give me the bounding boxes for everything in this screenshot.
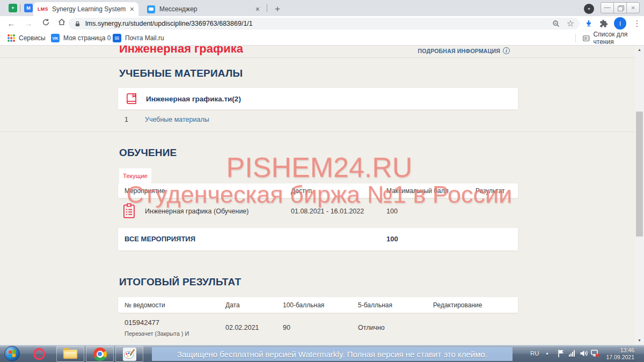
zoom-out-icon[interactable] [552,20,560,28]
volume-icon[interactable] [580,349,589,360]
restore-icon [618,6,623,11]
column-header: 100-балльная [283,301,324,309]
taskbar-opera-icon[interactable] [33,348,45,360]
pinned-tab-mail[interactable]: M [24,4,33,12]
show-hidden-icons[interactable]: ▲ [545,351,549,355]
new-tab-button[interactable]: + [271,3,284,16]
sheet-number: 015942477 [125,319,159,327]
final-result-heading: ИТОГОВЫЙ РЕЗУЛЬТАТ [119,276,241,288]
scroll-up-icon[interactable]: ▲ [635,46,644,54]
envelope-icon: ✉ [113,34,121,42]
tab-title: Synergy Learning System [52,5,127,13]
window-minimize-button[interactable]: — [601,2,614,13]
network-error-icon[interactable] [590,349,600,360]
details-link-label: ПОДРОБНАЯ ИНФОРМАЦИЯ [418,48,500,54]
back-icon[interactable]: ← [5,18,17,29]
scrollbar-thumb[interactable] [636,112,643,237]
book-icon [125,92,138,106]
messenger-icon [147,5,155,13]
browser-menu-icon[interactable]: ⋮ [631,18,643,29]
dark-extension-icon[interactable]: ▼ [584,4,594,14]
tab-divider [20,4,20,12]
vk-icon: VK [51,34,60,42]
bookmark-star-icon[interactable]: ☆ [567,20,574,27]
profile-avatar[interactable]: I [614,17,626,29]
lms-logo-icon: LMS [38,6,48,12]
tab-strip: + M LMS Synergy Learning System × Мессен… [0,0,644,16]
window-restore-button[interactable] [613,2,627,13]
column-header: Результат [475,187,505,195]
final-header-row: № ведомости Дата 100-балльная 5-балльная… [118,297,518,313]
mail-glyph-icon: M [26,5,31,11]
taskbar-explorer-button[interactable] [56,346,84,362]
tab-synergy[interactable]: LMS Synergy Learning System × [33,2,138,16]
column-header: Мероприятие [125,187,165,195]
extensions-puzzle-icon[interactable] [598,18,610,29]
sheet-note: Перезачет (Закрыта ) И [125,330,189,337]
tab-current-events[interactable]: Текущие [119,168,151,183]
download-icon[interactable] [583,18,595,29]
reading-list-icon [583,35,590,42]
clock-time: 13:46 [606,347,634,354]
reading-list-button[interactable]: Список для чтения [583,31,644,45]
materials-heading: УЧЕБНЫЕ МАТЕРИАЛЫ [119,68,243,79]
bookmark-label: Почта Mail.ru [125,34,164,42]
start-button[interactable] [4,346,20,361]
scroll-down-icon[interactable]: ▼ [635,336,644,345]
plus-icon: + [11,5,14,11]
details-link[interactable]: ПОДРОБНАЯ ИНФОРМАЦИЯ i [376,47,510,54]
bookmarks-bar: Сервисы VK Моя страница 0 ✉ Почта Mail.r… [0,31,644,46]
info-icon: i [503,47,510,54]
bookmark-label: Моя страница 0 [63,34,111,42]
folder-icon [63,350,77,359]
materials-row-number: 1 [125,116,128,123]
windows-logo-icon [9,350,16,357]
column-header: Доступ [291,187,312,195]
language-indicator[interactable]: RU [530,350,539,357]
final-result-row: 015942477 Перезачет (Закрыта ) И 02.02.2… [118,316,518,341]
materials-card[interactable]: Инженерная графика.ти(2) [118,88,518,109]
taskbar-paint-button[interactable] [115,346,143,362]
window-close-button[interactable]: × [626,2,640,13]
taskbar-watermark: Защищено бесплатной версией Watermarkly.… [152,347,513,361]
all-events-card: ВСЕ МЕРОПРИЯТИЯ 100 [118,228,518,250]
materials-row-link[interactable]: Учебные материалы [145,116,209,123]
training-heading: ОБУЧЕНИЕ [119,147,177,159]
network-signal-icon[interactable] [569,350,575,357]
score-100: 90 [283,324,290,331]
clock[interactable]: 13:46 17.09.2021 [606,347,634,361]
taskbar-chrome-button[interactable] [86,346,114,362]
clipboard-icon [122,202,136,219]
column-header: Редактирование [433,301,482,309]
event-access-dates: 01.08.2021 - 16.01.2022 [291,208,364,215]
forward-icon[interactable]: → [23,18,34,29]
reading-list-label: Список для чтения [594,31,644,46]
apps-grid-icon [8,34,15,42]
column-header: Максимальный балл [386,187,449,195]
column-header: Дата [225,301,240,309]
clock-date: 17.09.2021 [606,354,634,361]
tab-divider [267,4,267,12]
chrome-icon [93,348,107,361]
close-tab-icon[interactable]: × [130,5,134,13]
bookmark-services[interactable]: Сервисы [8,31,46,45]
event-max-score: 100 [386,208,398,215]
scrollbar[interactable]: ▲ ▼ [635,46,644,345]
bookmark-vk[interactable]: VK Моя страница 0 [51,31,111,45]
bookmark-mail[interactable]: ✉ Почта Mail.ru [113,31,164,45]
close-tab-icon[interactable]: × [255,5,260,13]
tab-title: Мессенджер [159,5,204,13]
tab-messenger[interactable]: Мессенджер × [143,2,264,16]
divider [0,131,635,132]
lock-icon [74,20,81,27]
pinned-tab-sheets[interactable]: + [9,4,17,12]
action-center-flag-icon[interactable] [557,349,565,360]
home-icon[interactable] [56,18,68,29]
column-header: 5-балльная [358,301,392,309]
paint-icon [123,348,136,361]
address-bar[interactable]: lms.synergy.ru/student/updiscipline/3369… [69,18,580,29]
training-row[interactable]: Инженерная графика (Обучение) 01.08.2021… [118,200,518,226]
column-header: № ведомости [125,301,165,309]
materials-card-title: Инженерная графика.ти(2) [146,95,241,103]
reload-icon[interactable] [40,18,52,29]
